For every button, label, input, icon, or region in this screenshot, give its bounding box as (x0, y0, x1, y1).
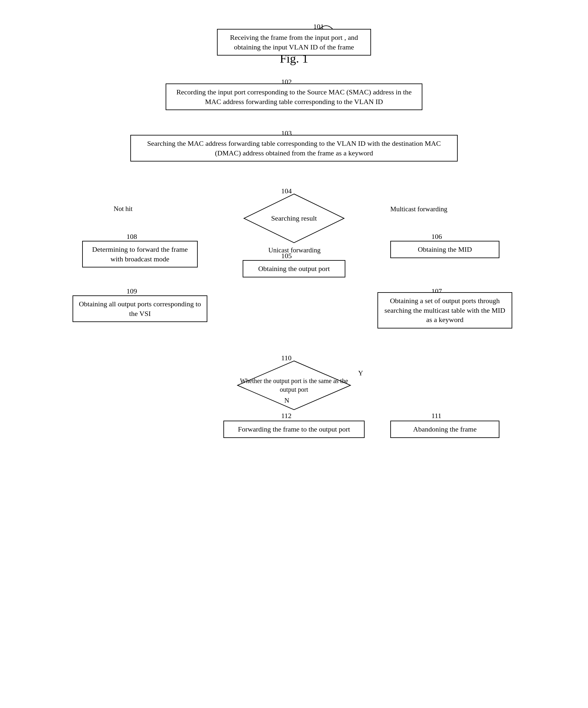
node-107-label: Obtaining a set of output ports through … (384, 297, 505, 324)
svg-marker-29 (443, 416, 447, 421)
num-104: 104 (281, 187, 292, 195)
node-101: Receiving the frame from the input port … (217, 29, 371, 56)
num-103: 103 (281, 129, 292, 138)
svg-marker-26 (292, 416, 296, 421)
node-112-label: Forwarding the frame to the output port (238, 425, 350, 433)
branch-n: N (284, 396, 289, 405)
node-101-label: Receiving the frame from the input port … (230, 33, 358, 51)
num-106: 106 (431, 233, 442, 241)
node-111: Abandoning the frame (390, 421, 499, 438)
branch-not-hit: Not hit (114, 205, 132, 213)
svg-marker-10 (292, 256, 296, 260)
node-111-label: Abandoning the frame (413, 425, 476, 433)
node-112: Forwarding the frame to the output port (223, 421, 365, 438)
diamond-110-wrapper: Whether the output port is the same as t… (236, 360, 352, 411)
svg-marker-13 (443, 236, 447, 241)
svg-marker-15 (138, 291, 142, 295)
svg-marker-8 (138, 236, 142, 241)
node-106: Obtaining the MID (390, 241, 499, 258)
num-108: 108 (126, 233, 137, 241)
num-111: 111 (431, 412, 441, 420)
node-110-label: Whether the output port is the same as t… (236, 377, 352, 394)
num-102: 102 (281, 78, 292, 86)
node-109: Obtaining all output ports corresponding… (72, 295, 207, 322)
node-102: Recording the input port corresponding t… (165, 84, 423, 110)
node-104-label: Searching result (271, 213, 317, 223)
branch-unicast: Unicast forwarding (268, 246, 321, 255)
node-103: Searching the MAC address forwarding tab… (130, 135, 458, 161)
num-109: 109 (126, 287, 137, 295)
num-105: 105 (281, 252, 292, 260)
node-103-label: Searching the MAC address forwarding tab… (147, 139, 441, 157)
branch-multicast: Multicast forwarding (390, 205, 447, 213)
node-105: Obtaining the output port (243, 260, 345, 277)
diamond-104-wrapper: Searching result (243, 193, 345, 244)
node-108-label: Determining to forward the frame with br… (92, 245, 188, 263)
node-105-label: Obtaining the output port (258, 265, 330, 273)
node-102-label: Recording the input port corresponding t… (176, 88, 411, 106)
num-112: 112 (281, 412, 291, 420)
node-107: Obtaining a set of output ports through … (377, 292, 512, 328)
node-108: Determining to forward the frame with br… (82, 241, 198, 267)
node-106-label: Obtaining the MID (418, 245, 472, 253)
node-109-label: Obtaining all output ports corresponding… (79, 300, 201, 318)
num-110: 110 (281, 354, 291, 362)
branch-y: Y (358, 369, 363, 377)
